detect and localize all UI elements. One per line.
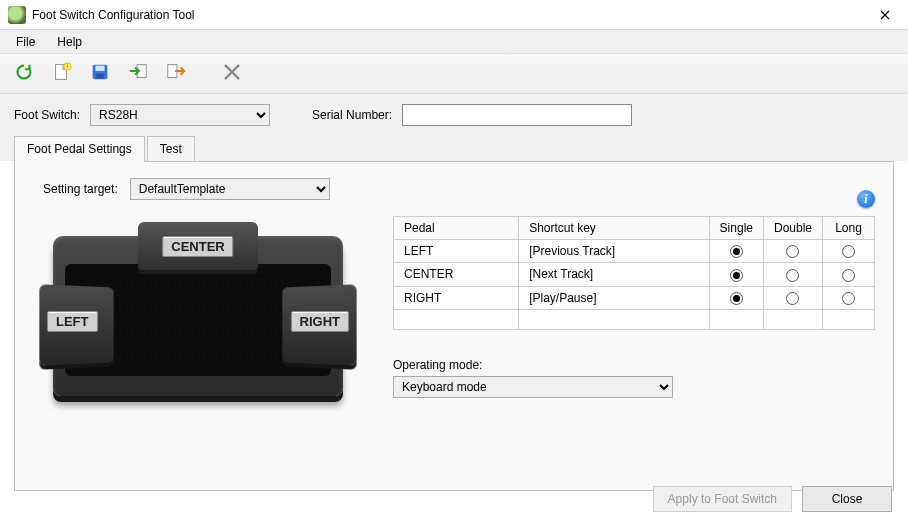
operating-mode-section: Operating mode: Keyboard mode <box>393 358 875 398</box>
pedal-left-label: LEFT <box>47 311 98 332</box>
cell-single <box>709 263 763 286</box>
cell-pedal: RIGHT <box>394 286 519 309</box>
serial-number-label: Serial Number: <box>312 108 392 122</box>
toolbar-export-button[interactable] <box>162 60 190 88</box>
tabstrip: Foot Pedal Settings Test <box>0 136 908 161</box>
refresh-icon <box>13 61 35 86</box>
col-shortcut: Shortcut key <box>519 217 709 240</box>
cell-long <box>823 263 875 286</box>
export-icon <box>165 61 187 86</box>
radio-double[interactable] <box>786 269 799 282</box>
foot-switch-select[interactable]: RS28H <box>90 104 270 126</box>
toolbar-import-button[interactable] <box>124 60 152 88</box>
operating-mode-label: Operating mode: <box>393 358 875 372</box>
cell-double <box>763 286 822 309</box>
operating-mode-select[interactable]: Keyboard mode <box>393 376 673 398</box>
setting-target-label: Setting target: <box>43 182 118 196</box>
col-long: Long <box>823 217 875 240</box>
cell-pedal: CENTER <box>394 263 519 286</box>
toolbar-save-button[interactable] <box>86 60 114 88</box>
toolbar-delete-button[interactable] <box>218 60 246 88</box>
footer-buttons: Apply to Foot Switch Close <box>653 486 892 512</box>
svg-rect-4 <box>96 74 103 79</box>
toolbar <box>0 54 908 94</box>
close-button[interactable]: Close <box>802 486 892 512</box>
setting-target-select[interactable]: DefaultTemplate <box>130 178 330 200</box>
close-icon <box>880 7 890 23</box>
toolbar-new-button[interactable] <box>48 60 76 88</box>
table-row: CENTER[Next Track] <box>394 263 875 286</box>
cell-long <box>823 240 875 263</box>
radio-single[interactable] <box>730 269 743 282</box>
tab-foot-pedal-settings[interactable]: Foot Pedal Settings <box>14 136 145 162</box>
table-row: LEFT[Previous Track] <box>394 240 875 263</box>
col-single: Single <box>709 217 763 240</box>
svg-rect-3 <box>95 66 104 72</box>
radio-long[interactable] <box>842 269 855 282</box>
col-pedal: Pedal <box>394 217 519 240</box>
cell-single <box>709 286 763 309</box>
radio-single[interactable] <box>730 245 743 258</box>
foot-switch-label: Foot Switch: <box>14 108 80 122</box>
cell-shortcut[interactable]: [Play/Pause] <box>519 286 709 309</box>
app-icon <box>8 6 26 24</box>
apply-button[interactable]: Apply to Foot Switch <box>653 486 792 512</box>
new-file-icon <box>51 61 73 86</box>
serial-number-input[interactable] <box>402 104 632 126</box>
save-icon <box>89 61 111 86</box>
radio-double[interactable] <box>786 292 799 305</box>
col-double: Double <box>763 217 822 240</box>
pedal-center-label: CENTER <box>162 236 233 257</box>
tab-panel-settings: Setting target: DefaultTemplate CENTER L… <box>14 161 894 491</box>
toolbar-refresh-button[interactable] <box>10 60 38 88</box>
menubar: File Help <box>0 30 908 54</box>
menu-help[interactable]: Help <box>49 32 90 52</box>
cell-shortcut[interactable]: [Next Track] <box>519 263 709 286</box>
pedal-shortcut-table: Pedal Shortcut key Single Double Long LE… <box>393 216 875 330</box>
setting-target-row: Setting target: DefaultTemplate <box>33 178 875 200</box>
window-title: Foot Switch Configuration Tool <box>32 8 195 22</box>
radio-long[interactable] <box>842 292 855 305</box>
info-icon[interactable]: i <box>857 190 875 208</box>
menu-file[interactable]: File <box>8 32 43 52</box>
table-row: RIGHT[Play/Pause] <box>394 286 875 309</box>
window-close-button[interactable] <box>862 0 908 30</box>
titlebar: Foot Switch Configuration Tool <box>0 0 908 30</box>
radio-long[interactable] <box>842 245 855 258</box>
radio-single[interactable] <box>730 292 743 305</box>
cell-double <box>763 263 822 286</box>
selector-bar: Foot Switch: RS28H Serial Number: <box>0 94 908 136</box>
cell-single <box>709 240 763 263</box>
cell-pedal: LEFT <box>394 240 519 263</box>
cell-shortcut[interactable]: [Previous Track] <box>519 240 709 263</box>
foot-pedal-illustration: CENTER LEFT RIGHT <box>33 216 363 406</box>
cell-double <box>763 240 822 263</box>
radio-double[interactable] <box>786 245 799 258</box>
pedal-right-label: RIGHT <box>291 311 349 332</box>
import-icon <box>127 61 149 86</box>
delete-icon <box>221 61 243 86</box>
table-row-empty <box>394 309 875 329</box>
tab-test[interactable]: Test <box>147 136 195 161</box>
cell-long <box>823 286 875 309</box>
